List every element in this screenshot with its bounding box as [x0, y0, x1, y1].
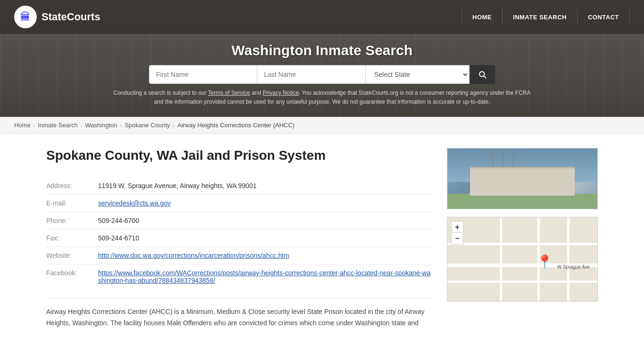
- breadcrumb-washington[interactable]: Washington: [85, 122, 117, 129]
- search-bar: Select State: [133, 65, 511, 84]
- website-link[interactable]: http://www.doc.wa.gov/corrections/incarc…: [98, 252, 289, 259]
- search-icon: [478, 70, 487, 79]
- content-left: Spokane County, WA Jail and Prison Syste…: [46, 148, 433, 329]
- photo-building: [470, 167, 575, 196]
- disclaimer-text: Conducting a search is subject to our Te…: [110, 89, 534, 113]
- first-name-input[interactable]: [149, 65, 257, 84]
- website-value: http://www.doc.wa.gov/corrections/incarc…: [98, 247, 433, 264]
- address-label: Address:: [46, 177, 98, 195]
- fax-label: Fax:: [46, 230, 98, 247]
- logo-icon: 🏛: [14, 6, 37, 28]
- page-title: Washington Inmate Search: [9, 42, 635, 58]
- breadcrumb-spokane-county[interactable]: Spokane County: [124, 122, 170, 129]
- breadcrumb-inmate-search[interactable]: Inmate Search: [38, 122, 78, 129]
- photo-ground: [447, 194, 597, 209]
- breadcrumb: Home › Inmate Search › Washington › Spok…: [0, 117, 644, 134]
- facebook-label: Facebook:: [46, 264, 98, 289]
- website-label: Website:: [46, 247, 98, 264]
- state-select[interactable]: Select State: [366, 65, 470, 84]
- facebook-value: https://www.facebook.com/WACorrections/p…: [98, 264, 433, 289]
- navigation-bar: 🏛 StateCourts HOME INMATE SEARCH CONTACT: [0, 0, 644, 34]
- map-container[interactable]: W Sprague Ave 📍 + −: [447, 217, 598, 302]
- facebook-link[interactable]: https://www.facebook.com/WACorrections/p…: [98, 269, 430, 284]
- privacy-link[interactable]: Privacy Notice: [263, 90, 299, 96]
- search-button[interactable]: [470, 65, 495, 84]
- breadcrumb-home[interactable]: Home: [14, 122, 31, 129]
- nav-inmate-search[interactable]: INMATE SEARCH: [502, 9, 577, 25]
- last-name-input[interactable]: [257, 65, 366, 84]
- map-road-v3: [567, 217, 570, 301]
- terms-link[interactable]: Terms of Service: [208, 90, 250, 96]
- nav-contact[interactable]: CONTACT: [577, 9, 630, 25]
- map-road-h3: [447, 280, 597, 283]
- facility-description: Airway Heights Corrections Center (AHCC)…: [46, 298, 433, 329]
- email-link[interactable]: servicedesk@cts.wa.gov: [98, 199, 171, 207]
- email-value: servicedesk@cts.wa.gov: [98, 195, 433, 212]
- phone-value: 509-244-6700: [98, 212, 433, 230]
- map-road-label: W Sprague Ave: [557, 264, 590, 270]
- email-label: E-mail:: [46, 195, 98, 212]
- table-row: Address: 11919 W. Sprague Avenue, Airway…: [46, 177, 433, 195]
- logo-link[interactable]: 🏛 StateCourts: [14, 6, 100, 28]
- table-row: Website: http://www.doc.wa.gov/correctio…: [46, 247, 433, 264]
- breadcrumb-sep-2: ›: [81, 123, 83, 128]
- map-controls: + −: [451, 221, 463, 245]
- table-row: Fax: 509-244-6710: [46, 230, 433, 247]
- map-pin: 📍: [537, 254, 553, 270]
- breadcrumb-sep-1: ›: [33, 123, 35, 128]
- breadcrumb-sep-4: ›: [173, 123, 175, 128]
- content-right: W Sprague Ave 📍 + −: [447, 148, 598, 329]
- facility-title: Spokane County, WA Jail and Prison Syste…: [46, 148, 433, 163]
- photo-flags: [492, 150, 514, 167]
- breadcrumb-sep-3: ›: [120, 123, 122, 128]
- main-content: Spokane County, WA Jail and Prison Syste…: [23, 134, 621, 348]
- map-zoom-out[interactable]: −: [452, 233, 463, 244]
- flag-pole-2: [503, 150, 504, 167]
- map-grid: W Sprague Ave 📍: [447, 217, 597, 301]
- flag-pole-3: [513, 150, 514, 167]
- header-content: Washington Inmate Search Select State Co…: [0, 34, 644, 117]
- info-table: Address: 11919 W. Sprague Avenue, Airway…: [46, 177, 433, 289]
- flag-pole-1: [492, 150, 493, 167]
- svg-line-1: [484, 76, 486, 78]
- site-name: StateCourts: [41, 11, 100, 23]
- nav-home[interactable]: HOME: [462, 9, 502, 25]
- map-zoom-in[interactable]: +: [452, 222, 463, 233]
- nav-links: HOME INMATE SEARCH CONTACT: [462, 9, 630, 25]
- table-row: Phone: 509-244-6700: [46, 212, 433, 230]
- map-road-v1: [500, 217, 502, 301]
- phone-label: Phone:: [46, 212, 98, 230]
- table-row: E-mail: servicedesk@cts.wa.gov: [46, 195, 433, 212]
- facility-photo: [447, 148, 598, 209]
- breadcrumb-current: Airway Heights Corrections Center (AHCC): [177, 122, 295, 129]
- table-row: Facebook: https://www.facebook.com/WACor…: [46, 264, 433, 289]
- fax-value: 509-244-6710: [98, 230, 433, 247]
- site-header: 🏛 StateCourts HOME INMATE SEARCH CONTACT…: [0, 0, 644, 117]
- map-road-h2: [447, 243, 597, 245]
- address-value: 11919 W. Sprague Avenue, Airway heights,…: [98, 177, 433, 195]
